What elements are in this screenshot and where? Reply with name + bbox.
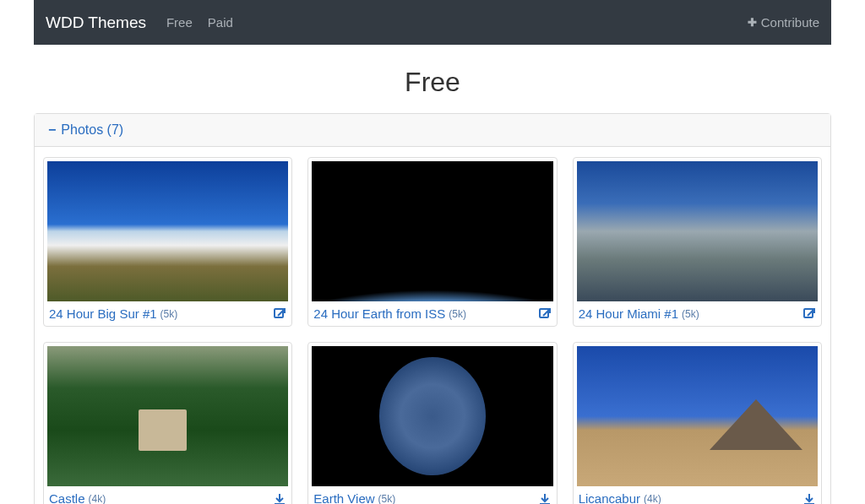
panel: − Photos (7) 24 Hour Big Sur #1 (5k) 24 …	[34, 113, 831, 504]
external-link-icon[interactable]	[273, 307, 286, 321]
card-resolution: (4k)	[89, 493, 106, 505]
thumbnail[interactable]	[312, 346, 552, 486]
card-resolution: (5k)	[682, 308, 699, 320]
panel-header-text: Photos (7)	[61, 122, 123, 138]
card-resolution: (5k)	[449, 308, 466, 320]
svg-rect-0	[275, 309, 283, 317]
card-title[interactable]: 24 Hour Miami #1	[579, 306, 678, 321]
page-title: Free	[0, 67, 865, 98]
external-link-icon[interactable]	[802, 307, 816, 321]
nav-link-free[interactable]: Free	[166, 15, 193, 30]
card: Castle (4k)	[43, 342, 292, 504]
contribute-label: Contribute	[761, 15, 819, 30]
contribute-button[interactable]: ✚ Contribute	[748, 15, 819, 30]
card: Earth View (5k)	[307, 342, 557, 504]
navbar: WDD Themes Free Paid ✚ Contribute	[34, 0, 831, 45]
minus-icon: −	[48, 122, 56, 138]
svg-rect-2	[804, 309, 813, 317]
card-title[interactable]: 24 Hour Big Sur #1	[49, 306, 157, 321]
plus-icon: ✚	[748, 16, 757, 29]
external-link-icon[interactable]	[538, 307, 552, 321]
svg-rect-1	[540, 309, 548, 317]
card-title[interactable]: Castle	[49, 491, 85, 504]
card: 24 Hour Big Sur #1 (5k)	[43, 157, 292, 327]
thumbnail[interactable]	[577, 346, 818, 486]
brand[interactable]: WDD Themes	[46, 14, 146, 32]
download-icon[interactable]	[273, 492, 286, 505]
thumbnail[interactable]	[47, 346, 288, 486]
card: 24 Hour Miami #1 (5k)	[573, 157, 822, 327]
card-title[interactable]: 24 Hour Earth from ISS	[313, 306, 445, 321]
grid: 24 Hour Big Sur #1 (5k) 24 Hour Earth fr…	[35, 147, 830, 504]
card: Licancabur (4k)	[573, 342, 822, 504]
card-resolution: (4k)	[644, 493, 661, 505]
thumbnail[interactable]	[312, 161, 552, 301]
card-title[interactable]: Licancabur	[579, 491, 640, 504]
card-title[interactable]: Earth View	[313, 491, 374, 504]
thumbnail[interactable]	[577, 161, 818, 301]
download-icon[interactable]	[802, 492, 816, 505]
card-resolution: (5k)	[160, 308, 178, 320]
panel-header-toggle[interactable]: − Photos (7)	[35, 114, 830, 147]
nav-link-paid[interactable]: Paid	[208, 15, 233, 30]
download-icon[interactable]	[538, 492, 552, 505]
thumbnail[interactable]	[47, 161, 288, 301]
card: 24 Hour Earth from ISS (5k)	[307, 157, 557, 327]
card-resolution: (5k)	[378, 493, 396, 505]
